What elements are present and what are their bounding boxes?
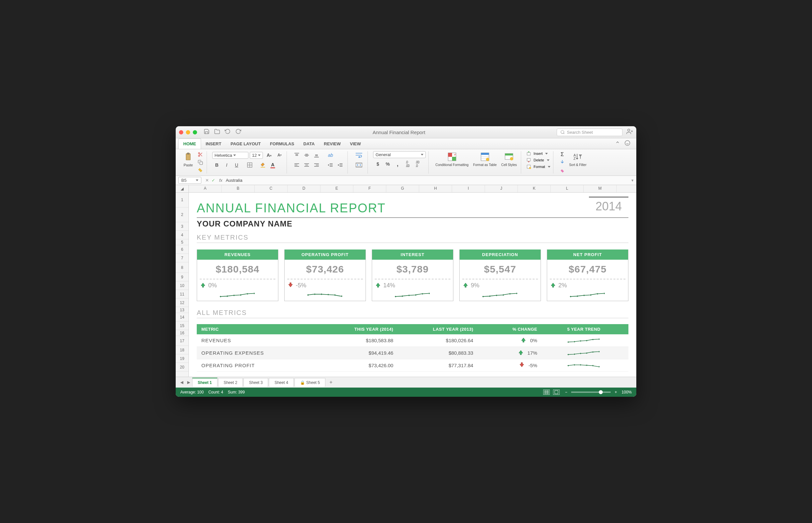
row-header[interactable]: 18 — [176, 346, 189, 354]
col-header[interactable]: K — [518, 185, 551, 192]
row-header[interactable]: 3 — [176, 222, 189, 231]
row-header[interactable]: 4 — [176, 231, 189, 239]
col-header[interactable]: C — [255, 185, 288, 192]
font-name-select[interactable]: Helvetica — [212, 152, 248, 159]
sort-filter-button[interactable]: AZ Sort & Filter — [568, 151, 588, 167]
share-icon[interactable] — [626, 128, 633, 136]
tab-review[interactable]: REVIEW — [319, 139, 345, 149]
sheet-tab[interactable]: Sheet 2 — [218, 378, 243, 387]
row-header[interactable]: 8 — [176, 262, 189, 273]
row-header[interactable]: 7 — [176, 254, 189, 262]
formula-input[interactable]: Australia — [226, 178, 632, 183]
align-bottom-icon[interactable] — [312, 151, 321, 159]
decrease-indent-icon[interactable] — [326, 161, 335, 169]
borders-button[interactable] — [245, 161, 254, 169]
decrease-decimal-icon[interactable]: .00.0 — [413, 160, 422, 168]
wrap-text-icon[interactable] — [353, 151, 365, 159]
autosum-icon[interactable]: Σ — [559, 151, 566, 158]
row-header[interactable]: 19 — [176, 354, 189, 363]
page-layout-view-icon[interactable] — [553, 390, 560, 395]
col-header[interactable]: A — [189, 185, 222, 192]
decrease-font-icon[interactable]: A▾ — [275, 151, 284, 159]
col-header[interactable]: E — [321, 185, 353, 192]
align-middle-icon[interactable] — [302, 151, 311, 159]
comma-icon[interactable]: , — [393, 160, 402, 168]
align-left-icon[interactable] — [292, 161, 301, 169]
format-painter-icon[interactable] — [197, 167, 204, 174]
cancel-formula-icon[interactable]: ✕ — [205, 178, 209, 183]
search-sheet-input[interactable]: Search Sheet — [557, 128, 622, 136]
merge-cells-icon[interactable] — [353, 161, 365, 169]
row-header[interactable]: 11 — [176, 290, 189, 299]
tab-data[interactable]: DATA — [299, 139, 319, 149]
close-window-button[interactable] — [179, 130, 183, 134]
col-header[interactable]: I — [452, 185, 485, 192]
row-header[interactable]: 16 — [176, 330, 189, 336]
align-right-icon[interactable] — [312, 161, 321, 169]
zoom-thumb[interactable] — [599, 390, 603, 394]
row-header[interactable]: 15 — [176, 322, 189, 330]
zoom-out-button[interactable]: − — [565, 390, 567, 395]
sheet-nav-next[interactable]: ▶ — [185, 379, 192, 386]
sheet-tab[interactable]: Sheet 3 — [243, 378, 268, 387]
format-as-table-button[interactable]: Format as Table — [472, 151, 498, 167]
tab-home[interactable]: HOME — [178, 139, 201, 149]
increase-font-icon[interactable]: A▴ — [264, 151, 273, 159]
tab-view[interactable]: VIEW — [345, 139, 365, 149]
minimize-window-button[interactable] — [186, 130, 190, 134]
add-sheet-button[interactable]: + — [326, 378, 335, 386]
tab-formulas[interactable]: FORMULAS — [265, 139, 299, 149]
row-header[interactable]: 20 — [176, 363, 189, 372]
redo-icon[interactable] — [235, 128, 241, 136]
increase-decimal-icon[interactable]: .0.00 — [403, 160, 412, 168]
row-header[interactable]: 13 — [176, 307, 189, 313]
sheet-tab[interactable]: Sheet 4 — [269, 378, 293, 387]
row-header[interactable]: 12 — [176, 299, 189, 307]
row-header[interactable]: 17 — [176, 336, 189, 346]
row-header[interactable]: 10 — [176, 282, 189, 290]
sheet-nav-prev[interactable]: ◀ — [178, 379, 185, 386]
row-header[interactable]: 9 — [176, 273, 189, 282]
expand-formula-icon[interactable]: ▾ — [632, 178, 634, 183]
tab-insert[interactable]: INSERT — [201, 139, 226, 149]
number-format-select[interactable]: General — [373, 151, 426, 158]
clear-icon[interactable] — [559, 167, 566, 174]
select-all-corner[interactable]: ◢ — [176, 185, 189, 192]
col-header[interactable]: G — [386, 185, 419, 192]
cut-icon[interactable] — [197, 151, 204, 158]
undo-icon[interactable] — [225, 128, 231, 136]
zoom-slider[interactable] — [571, 392, 611, 393]
open-icon[interactable] — [214, 128, 220, 136]
col-header[interactable]: H — [419, 185, 452, 192]
confirm-formula-icon[interactable]: ✓ — [211, 178, 215, 183]
zoom-in-button[interactable]: + — [615, 390, 617, 395]
font-color-button[interactable]: A — [268, 161, 277, 169]
orientation-icon[interactable]: ab — [326, 151, 335, 159]
currency-icon[interactable]: $ — [373, 160, 382, 168]
col-header[interactable]: J — [485, 185, 518, 192]
normal-view-icon[interactable] — [543, 390, 550, 395]
percent-icon[interactable]: % — [383, 160, 392, 168]
fill-color-button[interactable] — [258, 161, 267, 169]
save-icon[interactable] — [204, 128, 210, 136]
italic-button[interactable]: I — [222, 161, 231, 169]
align-top-icon[interactable] — [292, 151, 301, 159]
align-center-icon[interactable] — [302, 161, 311, 169]
row-header[interactable]: 2 — [176, 208, 189, 222]
underline-button[interactable]: U — [232, 161, 241, 169]
delete-cells-button[interactable]: Delete — [526, 158, 550, 162]
increase-indent-icon[interactable] — [335, 161, 345, 169]
col-header[interactable]: M — [584, 185, 617, 192]
col-header[interactable]: B — [222, 185, 255, 192]
font-size-select[interactable]: 12 — [250, 152, 263, 159]
sheet-tab[interactable]: Sheet 1 — [192, 378, 218, 387]
fill-icon[interactable] — [559, 159, 566, 166]
insert-cells-button[interactable]: Insert — [526, 151, 548, 156]
bold-button[interactable]: B — [212, 161, 221, 169]
sheet-tab[interactable]: 🔒Sheet 5 — [294, 378, 325, 387]
row-header[interactable]: 1 — [176, 193, 189, 208]
zoom-window-button[interactable] — [193, 130, 197, 134]
format-cells-button[interactable]: Format — [526, 164, 550, 169]
paste-button[interactable]: Paste — [182, 151, 195, 168]
conditional-formatting-button[interactable]: ≠ Conditional Formatting — [434, 151, 470, 167]
